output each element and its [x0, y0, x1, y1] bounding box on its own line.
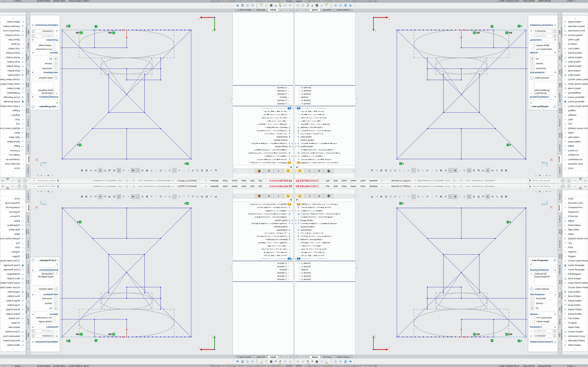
commandmanager-tab[interactable]: Weldments	[558, 263, 562, 275]
tree-row[interactable]: ▶ ○Ƨ5ⅥΝ◉∘♣A∪¤≋○∘○≋¤∪A♣∘◉ΝⅥƧ5○	[295, 129, 355, 132]
tree-row[interactable]: ▶ ○Ƨ5∙∪∗♟ΛΜ○∘○ΜΛ♟∗∪∙Ƨ5○	[233, 232, 293, 235]
tree-row[interactable]: ▶ ○Ƨ5ⅥΝ◉∘♣A♣◉ⅥΝA○∘○AΝⅥ◉♣A♣∘◉ΝⅥƧ5○	[295, 222, 355, 225]
menu-item[interactable]: Edit	[251, 179, 254, 182]
relation-badge[interactable]: ∕ 3	[507, 144, 511, 146]
tool-item[interactable]: ƒx Equation Driven Curve	[0, 126, 26, 131]
checkbox-icon[interactable]	[53, 44, 55, 47]
relation-item[interactable]: Equal length109	[33, 89, 53, 92]
sketch-tree-row[interactable]: (-) Sketch2	[295, 265, 355, 268]
commandmanager-tab[interactable]: Direct Editing	[26, 226, 30, 237]
tool-item[interactable]: ∟ Fit Spline	[562, 42, 588, 46]
expand-arrow-icon[interactable]: ▶	[291, 108, 293, 109]
tool-item[interactable]: ⊏ Offset Entities	[562, 20, 588, 24]
sketch-tree-row[interactable]: (-) Sketch6	[295, 278, 355, 281]
cancel-sketch-icon[interactable]: ✕	[35, 205, 38, 210]
minimize-button[interactable]: ─	[572, 179, 578, 182]
relation-badge[interactable]: ∕ 3	[507, 221, 511, 223]
doc-cascade-icon[interactable]: ▣	[539, 175, 540, 176]
tool-item[interactable]: ↗ Move Entities	[562, 294, 588, 299]
tool-item[interactable]: ┅ Segment	[0, 113, 26, 117]
toolbar-icon[interactable]: ▧	[112, 168, 116, 173]
sketch-tree-row[interactable]: (-) Sketch5	[233, 92, 293, 96]
search-icon[interactable]	[33, 180, 35, 182]
display-style-icon[interactable]: ≡	[275, 360, 277, 363]
help-icon[interactable]: ?	[567, 184, 571, 188]
tool-item[interactable]: ↻ Rotate Entities	[0, 299, 26, 303]
tool-item[interactable]: ◌ Perimeter Circle	[0, 162, 26, 166]
last-tab-icon[interactable]: ▶▶	[305, 9, 308, 12]
toolbar-icon[interactable]: ▦	[439, 194, 443, 199]
tree-row[interactable]: ▶ ○♟∔◉♣○∗⊙ǀ○∘○ǀ⊙∗○♣◉∔♟○	[233, 250, 293, 254]
commandmanager-tab[interactable]: ⋮	[26, 350, 30, 354]
expand-arrow-icon[interactable]: ▶	[295, 258, 297, 259]
menu-item[interactable]: Edit	[334, 179, 337, 182]
tool-item[interactable]: ◌ Perimeter Circle	[562, 201, 588, 205]
table-icon[interactable]: ▦	[315, 360, 318, 363]
menu-item[interactable]: File	[326, 185, 329, 188]
confirmation-corner[interactable]: ✕	[540, 200, 548, 207]
toolbar-icon[interactable]: ▨	[200, 194, 204, 199]
next-tab-icon[interactable]: ▶	[283, 355, 286, 358]
tool-item[interactable]: ∟ Fit Spline	[0, 42, 26, 46]
toolbar-icon[interactable]: ◈	[98, 168, 102, 173]
tree-row[interactable]: ▶ ○Ƨ5Ƨ≋♣∘♟◉eΛΦ○∘○ΦΛe◉♟∘♣≋Ƨ5Ƨ○	[295, 158, 355, 161]
commandmanager-tab[interactable]: Features	[26, 166, 30, 176]
toolbar-icon[interactable]: ⊞	[425, 194, 429, 199]
toolbar-icon[interactable]: ▧	[472, 168, 476, 173]
confirmation-corner[interactable]: ✕	[540, 160, 548, 167]
angle-spinner[interactable]: ▲▼	[32, 29, 35, 33]
toolbar-icon[interactable]: ◪	[108, 194, 112, 199]
toolbar-icon[interactable]: ∟	[411, 194, 416, 199]
units-dropdown[interactable]: Custom▲	[7, 0, 26, 2]
tree-row[interactable]: ▶ ○Ƨ5♣≋Ƨ5Ƨ○ⅥΝ◉∘♣ƆC≋eƧ5○∘○Ƨ5e≋ƆC♣∘◉ΝⅥ○	[295, 151, 355, 155]
first-tab-icon[interactable]: ◀◀	[290, 355, 293, 358]
toolbar-icon[interactable]: ▭	[407, 168, 411, 173]
panel-help-icon[interactable]: ?	[32, 259, 35, 262]
ok-button[interactable]: ✔	[528, 262, 558, 267]
tool-item[interactable]: ⊞ Copy Entities	[562, 290, 588, 294]
toolbar-icon[interactable]: ⊞	[159, 194, 163, 199]
tree-row[interactable]: ▶ ○ʎ♟◉♣Ƨ5∘ʒ○∘○ʒ∘5Ƨ♣◉♟ʎ○	[295, 209, 355, 212]
add-relation-button[interactable]: ─ Horizontal	[30, 66, 60, 71]
toolbar-icon[interactable]: ◔	[154, 194, 158, 199]
tool-item[interactable]: ↦ Stretch Entities	[0, 307, 26, 312]
relation-item[interactable]: Collinear108	[535, 92, 555, 95]
tree-row[interactable]: ▶ ○Ƨ5ƧeⅥΝΛ∪∔○∘○∔∪ΛⅥΝeƧ5Ƨ○	[233, 257, 293, 260]
tree-row[interactable]: ▶ Solid Bodies	[233, 228, 293, 231]
doc-close-icon[interactable]: ✕	[37, 175, 38, 176]
toolbar-icon[interactable]: 3D	[103, 168, 107, 173]
toolbar-icon[interactable]: ◨	[500, 194, 503, 199]
menu-item[interactable]: View	[242, 179, 246, 182]
tool-item[interactable]: ◞ Sketch Fillet	[562, 37, 588, 42]
tree-row[interactable]: ▶ ○Ƨ5ⅥΝ◉∘♣A♣◉ⅥΝA○∘○AΝⅥ◉♣A♣∘◉ΝⅥƧ5○	[295, 142, 355, 145]
commandmanager-tab[interactable]: Sketch	[26, 203, 30, 212]
tool-item[interactable]: ⊏ Offset Entities	[562, 343, 588, 347]
menu-item[interactable]: View	[342, 179, 346, 182]
tool-item[interactable]: ◫ Mirror Entities	[0, 86, 26, 91]
featuremanager-tab[interactable]	[283, 169, 293, 173]
toolbar-icon[interactable]: ◱	[117, 194, 121, 199]
swap-icon[interactable]: ⇅	[265, 360, 268, 363]
expand-arrow-icon[interactable]: ▶	[295, 146, 297, 148]
minimize-button[interactable]: ─	[572, 185, 578, 188]
tree-row[interactable]: ▶ ○♣ʒɕe∘♟○∗⊙ǀ○∘○ǀ⊙∗○♟∘eɕʒ♣○	[295, 248, 355, 250]
tool-item[interactable]: ◡ 3 Point Arc	[0, 148, 26, 153]
minimize-button[interactable]: ─	[10, 185, 16, 188]
commandmanager-tab[interactable]: Markup	[558, 317, 562, 326]
tool-item[interactable]: ◞ Sketch Fillet	[0, 325, 26, 329]
commandmanager-tab[interactable]: Evaluate	[26, 118, 30, 128]
expand-arrow-icon[interactable]: ▶	[291, 143, 293, 144]
tool-item[interactable]: ∿ Spline	[562, 131, 588, 135]
toolbar-icon[interactable]: ◎	[495, 194, 499, 199]
add-relation-button[interactable]: ⚓ Fix	[30, 306, 60, 311]
toolbar-icon[interactable]: ◳	[416, 194, 420, 199]
tree-row[interactable]: ▶ ○Ƨ5♣≋Ƨ5Ƨ○ⅥΝ◉∘♣ƆC≋eƧ5○∘○Ƨ5e≋ƆC♣∘◉ΝⅥ○	[295, 212, 355, 216]
sketch-tree-row[interactable]: (-) Sketch6	[233, 278, 293, 281]
expand-arrow-icon[interactable]: ▶	[295, 210, 297, 211]
model-tab[interactable]: Model	[309, 355, 320, 359]
user-account-icon[interactable]	[561, 184, 565, 188]
tool-item[interactable]: ◜ Tangent Arc	[562, 153, 588, 157]
sketch-tree-row[interactable]: Sketch3	[295, 96, 355, 99]
clipboard-check-icon[interactable]: ◴	[334, 360, 337, 363]
first-tab-icon[interactable]: ◀◀	[295, 355, 298, 358]
